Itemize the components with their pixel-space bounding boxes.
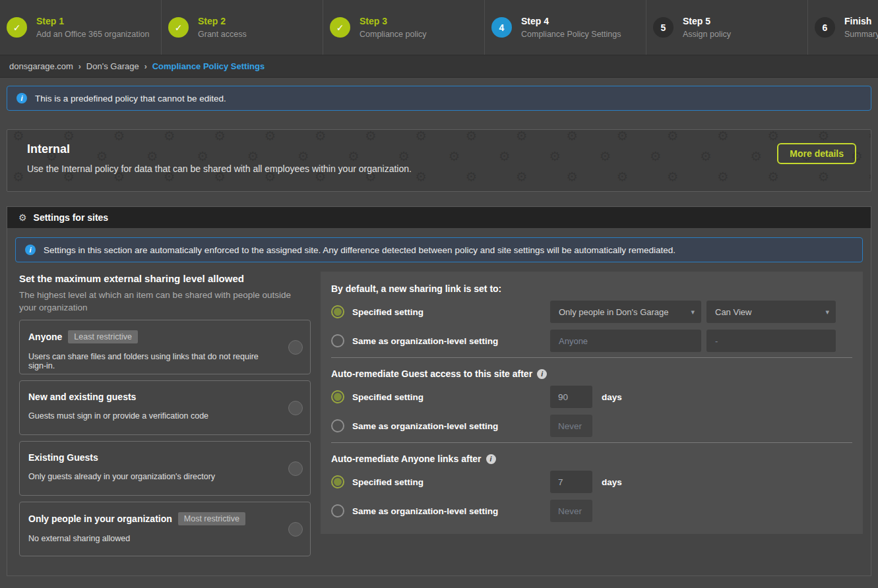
policy-title: Internal <box>27 142 851 156</box>
anyone-links-days-input[interactable] <box>550 471 592 493</box>
chevron-right-icon: › <box>78 62 81 71</box>
specified-setting-radio[interactable] <box>331 305 344 318</box>
anyone-links-org-input-disabled <box>550 500 592 522</box>
check-icon: ✓ <box>7 17 27 38</box>
group-heading-text: By default, a new sharing link is set to… <box>331 283 501 294</box>
org-level-setting-radio[interactable] <box>331 504 344 517</box>
step-label: Step 5 <box>683 16 731 26</box>
chevron-right-icon: › <box>144 62 147 71</box>
step-description: Compliance policy <box>360 30 426 39</box>
option-description: Guests must sign in or provide a verific… <box>28 411 278 421</box>
specified-setting-row: Specified setting Only people in Don's G… <box>331 301 852 323</box>
step-2[interactable]: ✓ Step 2 Grant access <box>162 0 323 55</box>
guest-access-days-input[interactable] <box>550 386 592 408</box>
days-label: days <box>602 392 622 402</box>
step-finish[interactable]: 6 Finish Summary <box>808 0 878 55</box>
specified-setting-row: Specified setting days <box>331 471 852 493</box>
step-description: Summary <box>844 30 878 39</box>
step-description: Grant access <box>198 30 247 39</box>
wizard-step-bar: ✓ Step 1 Add an Office 365 organization … <box>0 0 878 55</box>
dropdown-value: Only people in Don's Garage <box>559 307 669 317</box>
step-4-current[interactable]: 4 Step 4 Compliance Policy Settings <box>485 0 646 55</box>
radio-label: Specified setting <box>352 307 423 317</box>
option-title: New and existing guests <box>28 392 136 402</box>
org-level-setting-row: Same as organization-level setting Anyon… <box>331 330 852 352</box>
option-anyone[interactable]: AnyoneLeast restrictive Users can share … <box>19 320 311 374</box>
info-icon[interactable]: i <box>537 369 547 379</box>
group-heading: Auto-remediate Guest access to this site… <box>331 368 852 379</box>
option-existing-guests[interactable]: Existing Guests Only guests already in y… <box>19 441 311 496</box>
step-label: Step 4 <box>521 16 621 26</box>
radio-label: Same as organization-level setting <box>352 506 498 516</box>
check-icon: ✓ <box>168 17 189 38</box>
step-number: 4 <box>491 17 512 38</box>
policy-card-internal: ⚙ ⚙ ⚙ ⚙ ⚙ ⚙ ⚙ ⚙ ⚙ ⚙ ⚙ ⚙ ⚙ ⚙ ⚙ ⚙ ⚙ ⚙ ⚙ ⚙ … <box>7 129 871 192</box>
radio-label: Specified setting <box>352 477 423 487</box>
option-description: Only guests already in your organization… <box>28 472 278 481</box>
info-icon: i <box>25 245 36 255</box>
settings-for-sites-section: ⚙ Settings for sites i Settings in this … <box>7 206 871 576</box>
more-details-button[interactable]: More details <box>777 143 856 164</box>
option-radio[interactable] <box>288 401 303 415</box>
dropdown-value: Anyone <box>559 336 588 346</box>
step-label: Step 3 <box>360 16 426 26</box>
step-5[interactable]: 5 Step 5 Assign policy <box>646 0 808 55</box>
group-heading-text: Auto-remediate Guest access <box>331 368 461 379</box>
section-header: ⚙ Settings for sites <box>7 207 871 228</box>
most-restrictive-badge: Most restrictive <box>178 512 245 525</box>
breadcrumb-item-current: Compliance Policy Settings <box>152 61 265 71</box>
step-label: Finish <box>844 16 878 26</box>
specified-setting-radio[interactable] <box>331 475 344 488</box>
step-1[interactable]: ✓ Step 1 Add an Office 365 organization <box>0 0 162 55</box>
radio-label: Same as organization-level setting <box>352 421 498 431</box>
sharing-level-subtitle: The highest level at which an item can b… <box>19 289 303 314</box>
default-sharing-link-group: By default, a new sharing link is set to… <box>331 273 852 357</box>
info-icon: i <box>16 93 27 103</box>
step-description: Add an Office 365 organization <box>36 30 149 39</box>
days-label: days <box>602 477 622 487</box>
option-radio[interactable] <box>288 461 303 476</box>
option-radio[interactable] <box>288 340 303 355</box>
option-only-people-in-org[interactable]: Only people in your organizationMost res… <box>19 502 311 556</box>
breadcrumb: donsgarage.com › Don's Garage › Complian… <box>0 55 878 78</box>
breadcrumb-item-site[interactable]: Don's Garage <box>86 61 139 71</box>
option-description: No external sharing allowed <box>28 534 278 543</box>
group-heading: Auto-remediate Anyone links after i <box>331 454 852 464</box>
group-heading-text: Auto-remediate Anyone links <box>331 454 458 464</box>
group-heading-rest: after <box>461 454 481 464</box>
check-icon: ✓ <box>330 17 350 38</box>
permission-dropdown-disabled: - ▾ <box>706 330 836 352</box>
info-icon[interactable]: i <box>486 454 496 464</box>
sharing-scope-dropdown-disabled: Anyone ▾ <box>550 330 701 352</box>
sharing-scope-dropdown[interactable]: Only people in Don's Garage ▾ <box>550 301 701 323</box>
step-label: Step 1 <box>36 16 149 26</box>
option-radio[interactable] <box>288 522 303 537</box>
radio-label: Specified setting <box>352 392 423 402</box>
option-description: Users can share files and folders using … <box>28 352 278 370</box>
org-level-setting-radio[interactable] <box>331 334 344 347</box>
auto-remediate-anyone-links-group: Auto-remediate Anyone links after i Spec… <box>331 442 852 527</box>
chevron-down-icon: ▾ <box>825 308 829 316</box>
sharing-level-column: Set the maximum external sharing level a… <box>15 272 319 556</box>
step-number: 5 <box>653 17 674 38</box>
policy-description: Use the Internal policy for data that ca… <box>27 163 851 174</box>
permission-dropdown[interactable]: Can View ▾ <box>706 301 836 323</box>
org-level-setting-radio[interactable] <box>331 419 344 432</box>
section-title: Settings for sites <box>34 212 109 223</box>
specified-setting-radio[interactable] <box>331 390 344 403</box>
least-restrictive-badge: Least restrictive <box>68 330 138 343</box>
step-3[interactable]: ✓ Step 3 Compliance policy <box>323 0 485 55</box>
chevron-down-icon: ▾ <box>691 308 695 316</box>
org-level-setting-row: Same as organization-level setting <box>331 500 852 522</box>
specified-setting-row: Specified setting days <box>331 386 852 408</box>
option-title: Anyone <box>28 332 62 342</box>
step-label: Step 2 <box>198 16 247 26</box>
predefined-policy-banner: i This is a predefined policy that canno… <box>7 86 871 111</box>
dropdown-value: - <box>715 336 718 346</box>
option-title: Existing Guests <box>28 452 98 463</box>
breadcrumb-item-domain[interactable]: donsgarage.com <box>9 61 73 71</box>
org-level-setting-row: Same as organization-level setting <box>331 415 852 437</box>
option-new-and-existing-guests[interactable]: New and existing guests Guests must sign… <box>19 380 311 435</box>
link-settings-panel: By default, a new sharing link is set to… <box>321 272 863 534</box>
banner-text: This is a predefined policy that cannot … <box>35 94 226 103</box>
